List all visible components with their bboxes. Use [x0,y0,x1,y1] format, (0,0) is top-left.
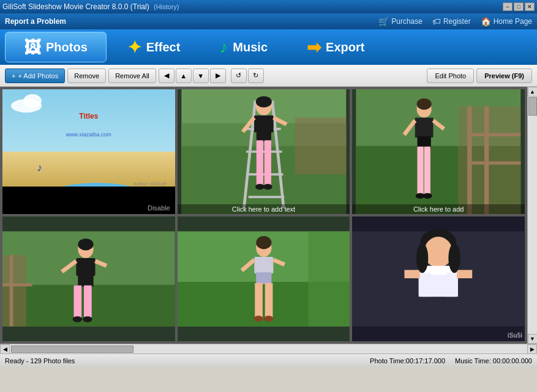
scroll-right-arrow[interactable]: ▶ [527,344,537,354]
minimize-button[interactable]: – [503,2,513,11]
h-scroll-thumb[interactable] [11,346,133,353]
svg-point-75 [416,243,428,273]
cart-icon: 🛒 [378,17,389,26]
svg-point-51 [83,316,92,322]
rotate-ccw-button[interactable]: ↺ [231,68,247,83]
svg-rect-17 [264,140,271,185]
svg-rect-32 [418,136,431,148]
photo-time: Photo Time:00:17:17.000 [370,357,445,364]
vertical-scrollbar[interactable]: ▲ ▼ [527,87,537,344]
note-icon: ♪ [37,161,42,174]
svg-rect-72 [446,273,458,297]
photo-cell-5[interactable] [178,216,350,341]
svg-rect-71 [419,273,430,297]
scroll-left-arrow[interactable]: ◀ [0,344,10,354]
arrow-right-button[interactable]: ▶ [210,68,226,83]
photo-cell-2[interactable]: Click here to add text [178,89,350,214]
disable-label: Disable [148,204,170,212]
cloud-2 [23,94,42,108]
right-toolbar: Edit Photo Preview (F9) [427,68,532,83]
photos-icon: 🖼 [24,37,41,57]
rotate-buttons: ↺ ↻ [231,68,264,83]
svg-rect-3 [295,117,345,174]
svg-rect-16 [256,140,263,185]
author-text: Author: GiliSoft [133,181,167,187]
add-photos-button[interactable]: + + Add Photos [5,68,65,83]
svg-point-63 [253,316,263,322]
music-icon: ♪ [219,37,228,57]
preview-button[interactable]: Preview (F9) [476,68,532,83]
svg-point-50 [73,316,83,322]
svg-rect-12 [254,116,274,133]
window-controls: – □ ✕ [503,2,535,11]
rotate-cw-button[interactable]: ↻ [248,68,264,83]
status-bar: Ready - 129 Photo files Photo Time:00:17… [0,353,537,367]
add-icon: + [12,72,15,80]
maximize-button[interactable]: □ [514,2,524,11]
svg-rect-74 [457,270,472,278]
svg-rect-29 [415,117,434,137]
scroll-track[interactable] [528,97,537,334]
remove-all-button[interactable]: Remove All [108,68,156,83]
watermark: iSu5i [508,332,522,339]
photo-cell-1[interactable]: Titles www.xiazaiba.com ♪ Author: GiliSo… [2,89,175,214]
arrow-left-button[interactable]: ◀ [159,68,175,83]
app-title: GiliSoft Slideshow Movie Creator 8.0.0 (… [2,2,179,11]
svg-rect-15 [256,131,271,142]
photo-3-caption[interactable]: Click here to add [352,204,525,214]
title-bar: GiliSoft Slideshow Movie Creator 8.0.0 (… [0,0,537,13]
title-overlay: Titles [79,112,98,120]
photo-cell-4[interactable] [2,216,175,341]
register-link[interactable]: 🏷 Register [432,17,471,26]
remove-button[interactable]: Remove [67,68,106,83]
svg-rect-33 [418,147,424,195]
tab-export[interactable]: ➡ Export [288,32,383,62]
svg-point-19 [263,184,272,190]
home-icon: 🏠 [481,17,491,26]
report-problem-link[interactable]: Report a Problem [5,17,66,26]
tab-effect[interactable]: ✦ Effect [109,32,199,62]
tab-music-label: Music [233,40,268,54]
arrow-down-button[interactable]: ▼ [193,68,209,83]
svg-rect-57 [254,257,273,273]
scroll-thumb[interactable] [528,97,537,116]
svg-rect-73 [405,270,420,278]
svg-rect-34 [424,147,430,195]
svg-rect-48 [74,286,82,318]
status-ready: Ready - 129 Photo files [5,357,360,364]
register-icon: 🏷 [432,17,441,26]
h-scroll-track[interactable] [10,344,527,353]
export-icon: ➡ [307,37,321,57]
time-info: Photo Time:00:17:17.000 Music Time: 00:0… [370,357,532,364]
svg-rect-61 [255,283,263,317]
photo-cell-6[interactable]: iSu5i [352,216,525,341]
tab-photos[interactable]: 🖼 Photos [5,32,107,62]
tab-music[interactable]: ♪ Music [201,32,286,62]
scroll-down-arrow[interactable]: ▼ [528,334,538,344]
photo-2-svg [178,89,350,214]
toolbar: + + Add Photos Remove Remove All ◀ ▲ ▼ ▶… [0,65,537,87]
photo-3-svg [352,89,525,214]
homepage-link[interactable]: 🏠 Home Page [481,17,532,26]
edit-photo-button[interactable]: Edit Photo [427,68,474,83]
purchase-link[interactable]: 🛒 Purchase [378,17,422,26]
svg-point-56 [256,236,271,249]
horizontal-scrollbar[interactable]: ◀ ▶ [0,344,537,353]
arrow-up-button[interactable]: ▲ [176,68,192,83]
photo-6-svg [352,216,525,341]
photo-4-svg [2,216,175,341]
tab-effect-label: Effect [146,40,181,54]
photo-cell-3[interactable]: Click here to add [352,89,525,214]
svg-point-43 [78,239,93,250]
photo-2-caption[interactable]: Click here to add text [178,204,350,214]
svg-point-28 [417,98,432,110]
scroll-up-arrow[interactable]: ▲ [528,87,538,97]
svg-rect-44 [76,258,95,276]
close-button[interactable]: ✕ [525,2,535,11]
title-card: Titles www.xiazaiba.com ♪ Author: GiliSo… [2,89,175,214]
main-content: Titles www.xiazaiba.com ♪ Author: GiliSo… [0,87,537,344]
svg-point-68 [424,237,453,268]
svg-point-64 [263,316,273,322]
svg-point-76 [449,243,460,273]
svg-point-11 [256,96,272,108]
